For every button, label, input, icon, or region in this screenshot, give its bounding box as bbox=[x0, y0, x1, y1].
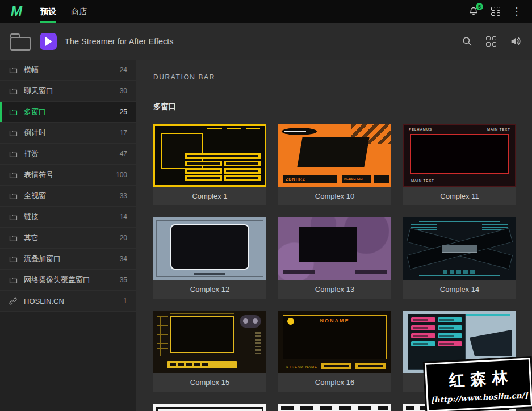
sidebar-item-label: 其它 bbox=[24, 233, 39, 243]
sidebar-item-label: 流叠加窗口 bbox=[24, 254, 61, 264]
folder-icon bbox=[9, 192, 18, 200]
thumb-art bbox=[438, 325, 462, 330]
thumb-art bbox=[438, 317, 462, 322]
apps-grid-button[interactable] bbox=[491, 7, 500, 16]
template-card-label: Complex 12 bbox=[153, 280, 266, 299]
sidebar-item-count: 14 bbox=[120, 213, 127, 221]
watermark-url: [http://www.hoslin.cn/] bbox=[430, 390, 528, 404]
sidebar-item-label: 倒计时 bbox=[24, 128, 46, 138]
sidebar-item-count: 17 bbox=[120, 129, 127, 137]
link-icon bbox=[9, 297, 18, 305]
template-card-complex-15[interactable]: Complex 15 bbox=[153, 311, 266, 392]
thumb-art bbox=[224, 161, 261, 166]
sidebar-item-count: 1 bbox=[123, 297, 127, 305]
template-thumbnail[interactable] bbox=[403, 217, 516, 280]
watermark: 红森林 [http://www.hoslin.cn/] bbox=[425, 358, 532, 411]
template-card-label: Complex 15 bbox=[153, 373, 266, 392]
sidebar-item-links[interactable]: 链接 14 bbox=[0, 207, 136, 228]
thumb-art bbox=[185, 168, 222, 174]
sidebar-item-fullscreen[interactable]: 全视窗 33 bbox=[0, 186, 136, 207]
tab-presets[interactable]: 预设 bbox=[40, 0, 56, 23]
template-card-label: Complex 1 bbox=[153, 187, 266, 206]
top-bar: M 预设 商店 5 ⋮ bbox=[0, 0, 532, 23]
tab-store[interactable]: 商店 bbox=[71, 0, 87, 23]
thumb-art bbox=[411, 325, 462, 330]
template-card-complex-1[interactable]: Complex 1 bbox=[153, 124, 266, 206]
thumb-art bbox=[470, 330, 512, 356]
thumb-art bbox=[321, 363, 351, 369]
template-card-label: Complex 11 bbox=[403, 187, 516, 206]
template-card-complex-13[interactable]: Complex 13 bbox=[278, 217, 391, 299]
folder-icon bbox=[9, 129, 18, 137]
thumb-art-text: STREAM NAME bbox=[286, 365, 317, 368]
thumb-art bbox=[282, 128, 317, 135]
thumb-art-text: NEDLGTZB bbox=[342, 175, 371, 183]
thumb-art-text: NONAME bbox=[278, 318, 391, 324]
template-thumbnail[interactable]: ZBNHRZ NEDLGTZB bbox=[278, 124, 391, 187]
thumb-art bbox=[170, 224, 249, 270]
sidebar-item-hoslin-link[interactable]: HOSLIN.CN 1 bbox=[0, 291, 136, 312]
sidebar-item-webcam-overlay[interactable]: 网络摄像头覆盖窗口 35 bbox=[0, 270, 136, 291]
sidebar-item-label: 打赏 bbox=[24, 149, 39, 159]
thumb-art bbox=[224, 175, 261, 181]
streamer-app-icon bbox=[40, 33, 57, 50]
thumb-art-text: MAIN TEXT bbox=[411, 179, 434, 182]
grid-square bbox=[491, 7, 495, 11]
sidebar-item-label: 全视窗 bbox=[24, 191, 46, 201]
folder-icon bbox=[9, 108, 18, 116]
sidebar-item-multiwindow[interactable]: 多窗口 25 bbox=[0, 102, 136, 123]
template-thumbnail[interactable] bbox=[153, 217, 266, 280]
app-logo[interactable]: M bbox=[0, 3, 33, 19]
template-thumbnail[interactable] bbox=[278, 217, 391, 280]
template-card-complex-11[interactable]: PELHAMUS MAIN TEXT MAIN TEXT Complex 11 bbox=[403, 124, 516, 206]
folder-icon bbox=[9, 87, 18, 95]
template-card-complex-14[interactable]: Complex 14 bbox=[403, 217, 516, 299]
sidebar-item-label: 表情符号 bbox=[24, 170, 53, 180]
template-thumbnail[interactable] bbox=[278, 404, 391, 411]
sidebar-item-count: 100 bbox=[116, 171, 127, 179]
sidebar-item-donation[interactable]: 打赏 47 bbox=[0, 144, 136, 165]
template-thumbnail[interactable] bbox=[153, 404, 266, 411]
watermark-title: 红森林 bbox=[443, 366, 514, 391]
template-thumbnail[interactable]: NONAME STREAM NAME bbox=[278, 311, 391, 373]
template-thumbnail[interactable] bbox=[153, 311, 266, 373]
folder-icon[interactable] bbox=[10, 37, 31, 51]
folder-icon bbox=[9, 150, 18, 158]
sidebar-item-banner[interactable]: 横幅 24 bbox=[0, 60, 136, 81]
thumb-art bbox=[185, 175, 222, 181]
template-card-complex-10[interactable]: ZBNHRZ NEDLGTZB Complex 10 bbox=[278, 124, 391, 206]
grid-square bbox=[497, 12, 501, 16]
template-card-complex-16[interactable]: NONAME STREAM NAME Complex 16 bbox=[278, 311, 391, 392]
sidebar-item-countdown[interactable]: 倒计时 17 bbox=[0, 123, 136, 144]
thumb-art bbox=[411, 325, 435, 330]
sidebar-item-label: 多窗口 bbox=[24, 107, 46, 117]
sidebar-item-other[interactable]: 其它 20 bbox=[0, 228, 136, 249]
thumb-art bbox=[411, 333, 462, 338]
template-card-label: Complex 10 bbox=[278, 187, 391, 206]
sidebar-item-chat[interactable]: 聊天窗口 30 bbox=[0, 81, 136, 102]
grid-square bbox=[492, 42, 497, 47]
template-thumbnail[interactable] bbox=[153, 124, 266, 187]
thumb-art-text: ZBNHRZ bbox=[283, 175, 337, 183]
grid-square bbox=[486, 36, 491, 41]
thumb-art bbox=[355, 270, 387, 274]
sidebar-item-emotes[interactable]: 表情符号 100 bbox=[0, 165, 136, 186]
thumb-art bbox=[411, 317, 462, 322]
template-card-complex-12[interactable]: Complex 12 bbox=[153, 217, 266, 299]
sidebar-item-stream-overlay[interactable]: 流叠加窗口 34 bbox=[0, 249, 136, 270]
kebab-menu-icon[interactable]: ⋮ bbox=[512, 6, 522, 16]
template-card-partial[interactable] bbox=[278, 404, 391, 411]
thumb-art bbox=[283, 270, 315, 274]
search-icon[interactable] bbox=[462, 36, 472, 47]
speaker-icon[interactable] bbox=[510, 36, 522, 47]
thumb-art bbox=[224, 168, 261, 174]
layout-grid-icon[interactable] bbox=[486, 36, 496, 47]
template-thumbnail[interactable]: PELHAMUS MAIN TEXT MAIN TEXT bbox=[403, 124, 516, 187]
notifications-button[interactable]: 5 bbox=[468, 6, 480, 17]
thumb-art bbox=[438, 333, 462, 338]
thumb-art-text: MAIN TEXT bbox=[487, 128, 510, 131]
thumb-art bbox=[411, 341, 435, 346]
thumb-art bbox=[185, 161, 222, 166]
template-card-partial[interactable] bbox=[153, 404, 266, 411]
thumb-art bbox=[299, 227, 357, 262]
